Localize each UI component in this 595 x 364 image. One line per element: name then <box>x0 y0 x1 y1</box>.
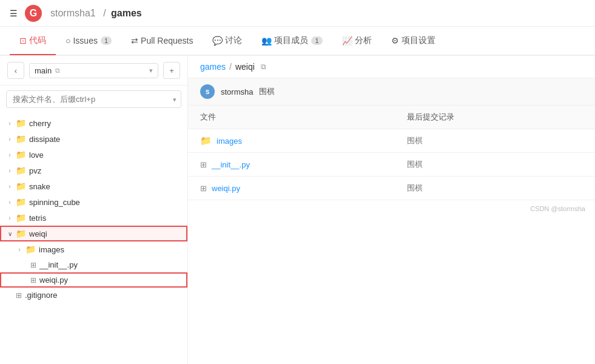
breadcrumb-current: weiqi <box>235 62 255 72</box>
analytics-icon: 📈 <box>342 36 352 46</box>
file-row-name: ⊞ weiqi.py <box>200 184 383 193</box>
folder-icon: 📁 <box>16 229 26 238</box>
toggle-icon: › <box>5 167 15 174</box>
breadcrumb-root[interactable]: games <box>200 62 226 72</box>
col-commit: 最后提交记录 <box>395 106 595 129</box>
tab-analytics[interactable]: 📈 分析 <box>332 27 382 55</box>
nav-tabs: ⊡ 代码 ○ Issues 1 ⇄ Pull Requests 💬 讨论 👥 项… <box>0 27 595 56</box>
breadcrumb-copy-icon[interactable]: ⧉ <box>261 62 266 71</box>
issues-icon: ○ <box>66 36 70 46</box>
breadcrumb-sep: / <box>229 62 232 72</box>
search-chevron-icon: ▾ <box>173 95 176 103</box>
tab-settings[interactable]: ⚙ 项目设置 <box>382 27 445 55</box>
tree-item-cherry[interactable]: › 📁 cherry <box>0 115 187 131</box>
tab-discuss[interactable]: 💬 讨论 <box>203 27 252 55</box>
toggle-icon: › <box>5 199 15 206</box>
tree-item-label: tetris <box>29 214 46 223</box>
file-icon: ⊞ <box>30 261 36 269</box>
tree-item-label: spinning_cube <box>29 198 80 207</box>
file-icon: ⊞ <box>200 160 207 169</box>
branch-copy-icon: ⧉ <box>55 67 60 75</box>
toggle-icon: ∨ <box>5 231 15 237</box>
commit-info: s stormsha 围棋 <box>188 78 595 106</box>
toggle-icon: › <box>5 120 15 127</box>
col-name: 文件 <box>188 106 395 129</box>
tree-item-weiqi-py[interactable]: › ⊞ weiqi.py <box>0 272 187 288</box>
commit-author[interactable]: stormsha <box>221 87 253 96</box>
header-repo[interactable]: games <box>111 8 142 18</box>
file-icon: ⊞ <box>30 276 36 285</box>
discuss-icon: 💬 <box>212 36 223 46</box>
tab-issues[interactable]: ○ Issues 1 <box>56 27 121 55</box>
table-row: ⊞ weiqi.py 围棋 <box>188 177 595 200</box>
file-row-name: ⊞ __init__.py <box>200 160 383 169</box>
folder-icon: 📁 <box>16 166 26 175</box>
sidebar: ‹ main ⧉ ▾ + ▾ › 📁 cherry › <box>0 56 188 364</box>
tree-item-spinning-cube[interactable]: › 📁 spinning_cube <box>0 194 187 210</box>
file-link[interactable]: images <box>217 136 242 146</box>
file-row-name: 📁 images <box>200 135 383 146</box>
file-link[interactable]: __init__.py <box>212 160 250 169</box>
header: ☰ G stormsha1 / games <box>0 0 595 27</box>
tree-item-label: snake <box>29 182 50 191</box>
toggle-icon: › <box>5 183 15 190</box>
menu-icon[interactable]: ☰ <box>10 8 18 18</box>
back-button[interactable]: ‹ <box>7 62 24 79</box>
tree-item-gitignore[interactable]: › ⊞ .gitignore <box>0 288 187 303</box>
toggle-icon: › <box>5 136 15 143</box>
settings-icon: ⚙ <box>391 36 399 46</box>
tree-item-love[interactable]: › 📁 love <box>0 147 187 163</box>
tab-code[interactable]: ⊡ 代码 <box>10 27 56 55</box>
tree-item-label: weiqi <box>29 229 47 238</box>
tree-item-snake[interactable]: › 📁 snake <box>0 178 187 194</box>
members-icon: 👥 <box>261 36 272 46</box>
tab-pullrequests[interactable]: ⇄ Pull Requests <box>121 27 203 55</box>
tree-item-dissipate[interactable]: › 📁 dissipate <box>0 131 187 147</box>
folder-icon: 📁 <box>16 150 26 160</box>
branch-selector[interactable]: main ⧉ ▾ <box>29 63 158 78</box>
branch-chevron-icon: ▾ <box>149 67 153 75</box>
folder-icon: 📁 <box>16 118 26 128</box>
folder-icon: 📁 <box>25 244 36 254</box>
repo-title: stormsha1 / games <box>48 8 142 19</box>
tree-item-pvz[interactable]: › 📁 pvz <box>0 163 187 178</box>
toggle-icon: › <box>15 246 24 253</box>
code-icon: ⊡ <box>19 36 27 46</box>
tree-item-weiqi-images[interactable]: › 📁 images <box>0 241 187 257</box>
folder-icon: 📁 <box>16 181 26 191</box>
header-separator: / <box>103 8 106 18</box>
tree-item-label: pvz <box>29 166 41 175</box>
file-icon: ⊞ <box>16 291 22 300</box>
tree-item-label: love <box>29 150 44 160</box>
folder-icon: 📁 <box>200 135 212 146</box>
file-table: 文件 最后提交记录 📁 images 围棋 <box>188 106 595 200</box>
tree-item-label: dissipate <box>29 135 60 144</box>
file-commit-msg: 围棋 <box>395 153 595 177</box>
branch-name: main <box>35 66 52 75</box>
tree-item-weiqi-init[interactable]: › ⊞ __init__.py <box>0 257 187 272</box>
tab-members[interactable]: 👥 项目成员 1 <box>252 27 332 55</box>
search-bar: ▾ <box>6 90 181 108</box>
file-commit-msg: 围棋 <box>395 129 595 153</box>
search-input[interactable] <box>6 90 181 108</box>
breadcrumb: games / weiqi ⧉ <box>188 56 595 78</box>
main-layout: ‹ main ⧉ ▾ + ▾ › 📁 cherry › <box>0 56 595 364</box>
header-username[interactable]: stormsha1 <box>50 8 96 18</box>
file-icon: ⊞ <box>200 184 207 193</box>
file-tree: › 📁 cherry › 📁 dissipate › 📁 love › <box>0 113 187 364</box>
pr-icon: ⇄ <box>131 36 138 46</box>
tree-item-label: images <box>39 245 64 254</box>
tree-item-label: .gitignore <box>25 291 57 300</box>
footer-credit: CSDN @stormsha <box>188 200 595 217</box>
tree-item-tetris[interactable]: › 📁 tetris <box>0 210 187 226</box>
avatar: s <box>200 84 215 99</box>
table-row: 📁 images 围棋 <box>188 129 595 153</box>
members-badge: 1 <box>311 36 322 45</box>
tree-item-weiqi[interactable]: ∨ 📁 weiqi <box>0 226 187 241</box>
add-file-button[interactable]: + <box>163 62 180 79</box>
file-link[interactable]: weiqi.py <box>212 184 240 193</box>
content-area: games / weiqi ⧉ s stormsha 围棋 文件 最后提交记录 <box>188 56 595 364</box>
folder-icon: 📁 <box>16 213 26 223</box>
toggle-icon: › <box>5 215 15 221</box>
logo: G <box>25 5 42 22</box>
